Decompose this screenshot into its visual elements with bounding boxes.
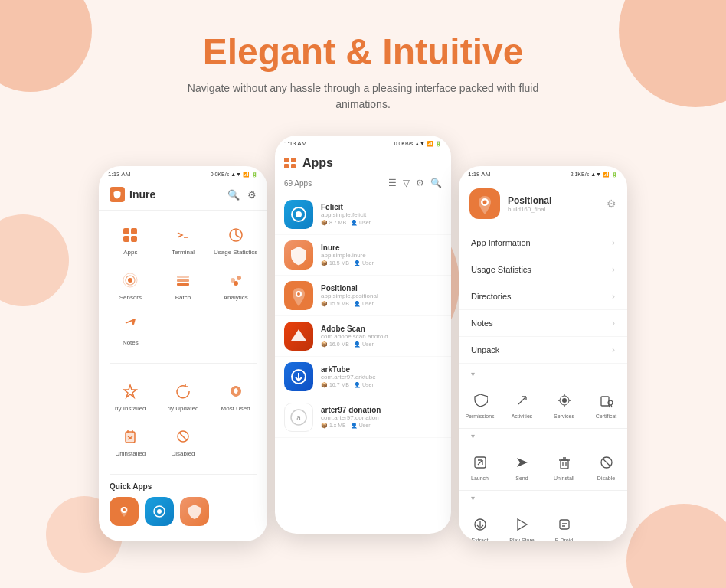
app-type: 👤 User (351, 220, 371, 226)
detail-row-label: Notes (471, 318, 493, 328)
menu-item-batch[interactable]: Batch (158, 263, 209, 307)
app-name: Adobe Scan (321, 325, 442, 333)
detail-row-usage-stats[interactable]: Usage Statistics › (459, 256, 627, 283)
app-size: 📦 15.9 MB (321, 301, 349, 307)
action-certificate[interactable]: Certificat (585, 386, 627, 423)
search-icon[interactable]: 🔍 (430, 178, 442, 188)
menu-item-terminal[interactable]: Terminal (158, 218, 209, 262)
app-size: 📦 8.7 MB (321, 220, 346, 226)
app-info-inure: Inure app.simple.inure 📦 18.5 MB 👤 User (321, 243, 442, 266)
app-meta: 📦 16.7 MB 👤 User (321, 382, 442, 388)
action-send[interactable]: Send (501, 448, 543, 485)
list-item[interactable]: Inure app.simple.inure 📦 18.5 MB 👤 User (275, 235, 451, 276)
quick-app-positional[interactable] (110, 497, 139, 526)
detail-row-notes[interactable]: Notes › (459, 310, 627, 337)
status-bar-left: 1:13 AM 0.0KB/s ▲▼ 📶 🔋 (99, 166, 267, 181)
svg-point-43 (562, 398, 567, 403)
list-item[interactable]: arkTube com.arter97.arktube 📦 16.7 MB 👤 … (275, 357, 451, 397)
svg-rect-10 (177, 279, 189, 282)
detail-row-label: Usage Statistics (471, 265, 531, 274)
svg-point-29 (157, 509, 162, 514)
action-label: Permissions (465, 413, 494, 419)
menu-item-sensors[interactable]: Sensors (105, 263, 156, 307)
app-icon-arktube (284, 362, 313, 391)
svg-rect-0 (123, 228, 129, 234)
action-services[interactable]: Services (543, 386, 585, 423)
detail-row-directories[interactable]: Directories › (459, 283, 627, 310)
detail-row-label: App Information (471, 238, 531, 247)
action-activities[interactable]: Activities (501, 386, 543, 423)
collapse-toggle-1[interactable]: ▾ (459, 367, 627, 381)
inure-logo: Inure (110, 187, 155, 202)
detail-settings-icon[interactable]: ⚙ (607, 198, 616, 210)
app-info-arter: arter97 donation com.arter97.donation 📦 … (321, 406, 442, 429)
menu-item-recently-installed[interactable]: rly Installed (105, 374, 156, 418)
sort-icon[interactable]: ▽ (403, 178, 410, 188)
launch-icon (470, 452, 490, 472)
filter-icon[interactable]: ☰ (388, 178, 397, 188)
detail-row-label: Directories (471, 292, 512, 301)
action-label: Extract (472, 537, 489, 541)
app-size: 📦 16.0 MB (321, 341, 349, 348)
svg-marker-34 (291, 329, 306, 341)
app-pkg: app.simple.positional (321, 292, 442, 299)
action-playstore[interactable]: Play Store (501, 510, 543, 541)
detail-row-app-info[interactable]: App Information › (459, 230, 627, 256)
app-icon-adobe (284, 322, 313, 351)
quick-app-felicit[interactable] (145, 497, 174, 526)
action-fdroid[interactable]: F-Droid (543, 510, 585, 541)
app-icon-felicit (284, 200, 313, 229)
divider-2 (110, 474, 257, 475)
svg-point-13 (237, 276, 241, 280)
action-label: F-Droid (555, 537, 573, 541)
svg-line-25 (179, 433, 187, 440)
certificate-icon (597, 390, 616, 410)
menu-label-terminal: Terminal (172, 249, 195, 256)
app-pkg: com.arter97.arktube (321, 374, 442, 381)
uninstalled-icon (119, 426, 141, 447)
action-permissions[interactable]: Permissions (459, 386, 501, 423)
action-extract[interactable]: Extract (459, 510, 501, 541)
list-item[interactable]: Positional app.simple.positional 📦 15.9 … (275, 276, 451, 316)
detail-row-unpack[interactable]: Unpack › (459, 337, 627, 364)
svg-rect-3 (131, 236, 137, 242)
settings-icon[interactable]: ⚙ (247, 189, 257, 201)
menu-item-recently-updated[interactable]: rly Updated (158, 374, 209, 418)
svg-rect-49 (601, 397, 609, 406)
menu-item-usage[interactable]: Usage Statistics (210, 218, 261, 262)
app-type: 👤 User (354, 260, 374, 266)
list-item[interactable]: Felicit app.simple.felicit 📦 8.7 MB 👤 Us… (275, 194, 451, 235)
list-item[interactable]: Adobe Scan com.adobe.scan.android 📦 16.0… (275, 316, 451, 357)
app-meta: 📦 16.0 MB 👤 User (321, 341, 442, 348)
menu-item-analytics[interactable]: Analytics (210, 263, 261, 307)
quick-app-inure[interactable] (180, 497, 209, 526)
activities-icon (512, 390, 532, 410)
action-disable[interactable]: Disable (585, 448, 627, 485)
app-pkg: app.simple.felicit (321, 211, 442, 218)
svg-rect-68 (560, 520, 569, 529)
list-item[interactable]: a arter97 donation com.arter97.donation … (275, 397, 451, 438)
action-uninstall[interactable]: Uninstall (543, 448, 585, 485)
menu-item-apps[interactable]: Apps (105, 218, 156, 262)
collapse-toggle-2[interactable]: ▾ (459, 429, 627, 443)
app-meta: 📦 8.7 MB 👤 User (321, 220, 442, 226)
menu-item-notes[interactable]: Notes (105, 309, 156, 352)
phone-left: 1:13 AM 0.0KB/s ▲▼ 📶 🔋 Inure 🔍 ⚙ (99, 166, 267, 541)
menu-item-most-used[interactable]: Most Used (210, 374, 261, 418)
recently-installed-icon (119, 381, 141, 402)
svg-rect-11 (177, 283, 189, 286)
status-icons-center: 0.0KB/s ▲▼ 📶 🔋 (394, 141, 442, 147)
app-info-felicit: Felicit app.simple.felicit 📦 8.7 MB 👤 Us… (321, 203, 442, 226)
svg-point-14 (234, 281, 238, 286)
menu-label-batch: Batch (175, 294, 191, 301)
search-icon[interactable]: 🔍 (227, 189, 240, 201)
app-pkg: com.adobe.scan.android (321, 333, 442, 340)
chevron-right-icon: › (612, 345, 615, 355)
svg-point-27 (123, 508, 126, 511)
settings-icon[interactable]: ⚙ (416, 178, 424, 188)
menu-item-uninstalled[interactable]: Uninstalled (105, 420, 156, 463)
menu-item-disabled[interactable]: Disabled (158, 420, 209, 463)
action-launch[interactable]: Launch (459, 448, 501, 485)
collapse-toggle-3[interactable]: ▾ (459, 491, 627, 505)
svg-rect-58 (561, 460, 568, 469)
